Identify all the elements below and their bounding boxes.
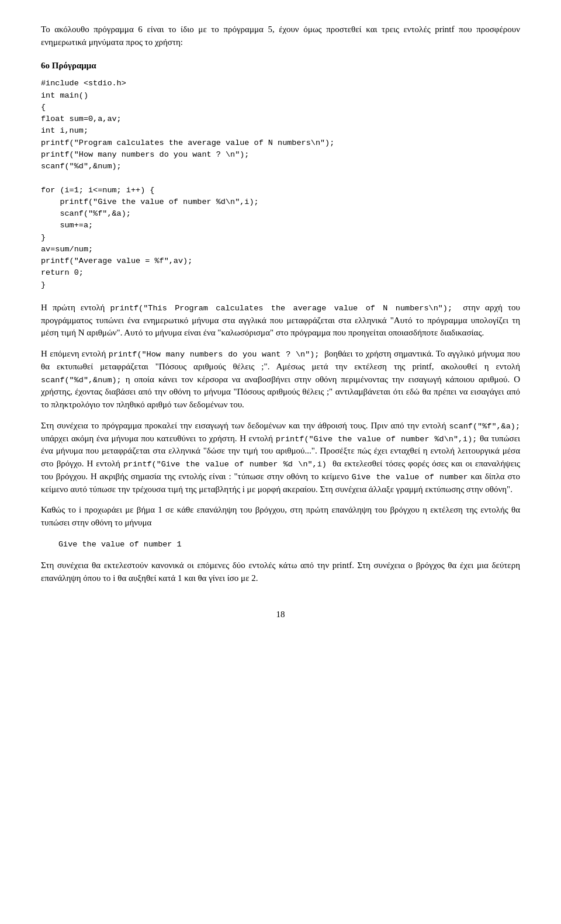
inline-code-2: printf("How many numbers do you want ? \… <box>109 350 320 359</box>
inline-code-4: scanf("%f",&a); <box>449 422 520 431</box>
paragraph-3: Στη συνέχεια το πρόγραμμα προκαλεί την ε… <box>41 420 520 496</box>
final-paragraph: Στη συνέχεια θα εκτελεστούν κανονικά οι … <box>41 559 520 585</box>
intro-paragraph: Το ακόλουθο πρόγραμμα 6 είναι το ίδιο με… <box>41 23 520 49</box>
code-block: #include <stdio.h> int main() { float su… <box>41 78 520 291</box>
inline-code-7: Give the value of number <box>352 473 468 482</box>
inline-code-5: printf("Give the value of number %d\n",i… <box>276 435 477 444</box>
inline-code-3: scanf("%d",&num); <box>41 376 122 385</box>
inline-code-1: printf("This Program calculates the aver… <box>110 304 453 313</box>
paragraph-1: Η πρώτη εντολή printf("This Program calc… <box>41 302 520 340</box>
inline-code-6: printf("Give the value of number %d \n",… <box>123 460 327 469</box>
page-content: Το ακόλουθο πρόγραμμα 6 είναι το ίδιο με… <box>41 23 520 621</box>
paragraph-2: Η επόμενη εντολή printf("How many number… <box>41 348 520 411</box>
program-heading: 6ο Πρόγραμμα <box>41 60 520 72</box>
page-number: 18 <box>41 608 520 621</box>
display-code: Give the value of number 1 <box>58 539 520 551</box>
paragraph-4: Καθώς το i προχωράει με βήμα 1 σε κάθε ε… <box>41 504 520 530</box>
